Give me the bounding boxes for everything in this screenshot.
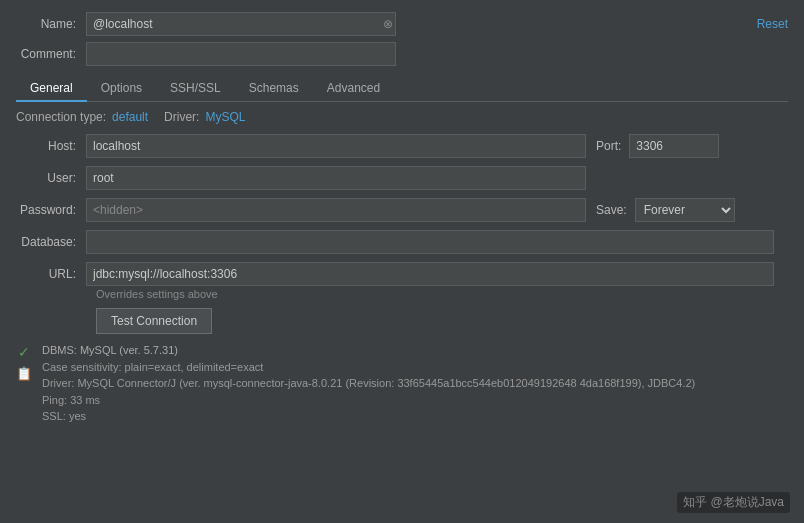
reset-link[interactable]: Reset [757,17,788,31]
driver-value: MySQL [205,110,245,124]
status-line4: Ping: 33 ms [42,392,695,409]
check-icon: ✓ [18,344,30,360]
password-label: Password: [16,203,86,217]
status-line3: Driver: MySQL Connector/J (ver. mysql-co… [42,375,695,392]
host-input[interactable] [86,134,586,158]
comment-input[interactable] [86,42,396,66]
status-line2: Case sensitivity: plain=exact, delimited… [42,359,695,376]
database-label: Database: [16,235,86,249]
tab-schemas[interactable]: Schemas [235,76,313,102]
name-input[interactable] [86,12,396,36]
comment-label: Comment: [16,47,86,61]
tab-options[interactable]: Options [87,76,156,102]
conn-type-label: Connection type: [16,110,106,124]
user-label: User: [16,171,86,185]
user-input[interactable] [86,166,586,190]
status-line1: DBMS: MySQL (ver. 5.7.31) [42,342,695,359]
watermark: 知乎 @老炮说Java [677,492,790,513]
password-input[interactable] [86,198,586,222]
name-label: Name: [16,17,86,31]
info-icon: 📋 [16,366,32,381]
port-input[interactable] [629,134,719,158]
overrides-text: Overrides settings above [96,288,788,300]
port-label: Port: [596,139,621,153]
test-connection-button[interactable]: Test Connection [96,308,212,334]
tabs-bar: General Options SSH/SSL Schemas Advanced [16,76,788,102]
conn-type-value: default [112,110,148,124]
url-label: URL: [16,267,86,281]
tab-ssh-ssl[interactable]: SSH/SSL [156,76,235,102]
driver-label: Driver: [164,110,199,124]
status-line5: SSL: yes [42,408,695,425]
tab-advanced[interactable]: Advanced [313,76,394,102]
tab-general[interactable]: General [16,76,87,102]
save-select[interactable]: Forever For session Never Prompt [635,198,735,222]
url-input[interactable] [86,262,774,286]
status-text: DBMS: MySQL (ver. 5.7.31) Case sensitivi… [42,342,695,425]
name-clear-button[interactable]: ⊗ [383,18,393,30]
connection-type-row: Connection type: default Driver: MySQL [16,110,788,124]
host-label: Host: [16,139,86,153]
database-input[interactable] [86,230,774,254]
save-label: Save: [596,203,627,217]
